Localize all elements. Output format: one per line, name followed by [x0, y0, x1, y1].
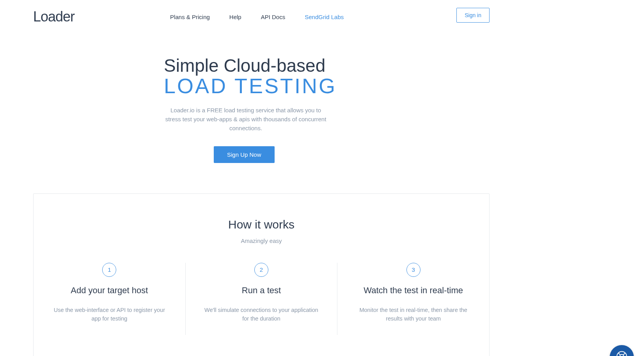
signin-button[interactable]: Sign in	[456, 8, 490, 23]
support-chat-button[interactable]	[610, 345, 634, 356]
step-description: Monitor the test in real-time, then shar…	[353, 306, 474, 323]
hero-title-line2: LOAD TESTING	[164, 75, 359, 97]
step-number-badge: 1	[102, 263, 116, 277]
main-nav: Plans & Pricing Help API Docs SendGrid L…	[170, 14, 344, 20]
hero-description: Loader.io is a FREE load testing service…	[164, 106, 328, 133]
hero: Simple Cloud-based LOAD TESTING Loader.i…	[164, 56, 359, 163]
signup-button[interactable]: Sign Up Now	[214, 146, 275, 163]
lifebuoy-icon	[616, 351, 628, 356]
svg-line-2	[618, 353, 620, 355]
step-title: Run a test	[201, 285, 322, 296]
svg-line-4	[623, 353, 625, 355]
nav-api-docs[interactable]: API Docs	[261, 14, 286, 20]
step-3: 3 Watch the test in real-time Monitor th…	[337, 263, 489, 335]
step-description: We'll simulate connections to your appli…	[201, 306, 322, 323]
step-2: 2 Run a test We'll simulate connections …	[185, 263, 337, 335]
step-1: 1 Add your target host Use the web-inter…	[34, 263, 185, 335]
header: Loader Plans & Pricing Help API Docs Sen…	[33, 0, 490, 25]
step-title: Add your target host	[49, 285, 170, 296]
how-it-works-subtitle: Amazingly easy	[34, 237, 489, 244]
nav-help[interactable]: Help	[229, 14, 241, 20]
steps-row: 1 Add your target host Use the web-inter…	[34, 263, 489, 335]
step-description: Use the web-interface or API to register…	[49, 306, 170, 323]
logo[interactable]: Loader	[33, 9, 75, 25]
hero-title-line1: Simple Cloud-based	[164, 56, 359, 75]
nav-sendgrid-labs[interactable]: SendGrid Labs	[305, 14, 344, 20]
how-it-works-title: How it works	[34, 218, 489, 231]
step-title: Watch the test in real-time	[353, 285, 474, 296]
step-number-badge: 2	[254, 263, 268, 277]
svg-point-0	[617, 352, 627, 356]
step-number-badge: 3	[406, 263, 420, 277]
nav-plans-pricing[interactable]: Plans & Pricing	[170, 14, 210, 20]
how-it-works-panel: How it works Amazingly easy 1 Add your t…	[33, 193, 490, 356]
